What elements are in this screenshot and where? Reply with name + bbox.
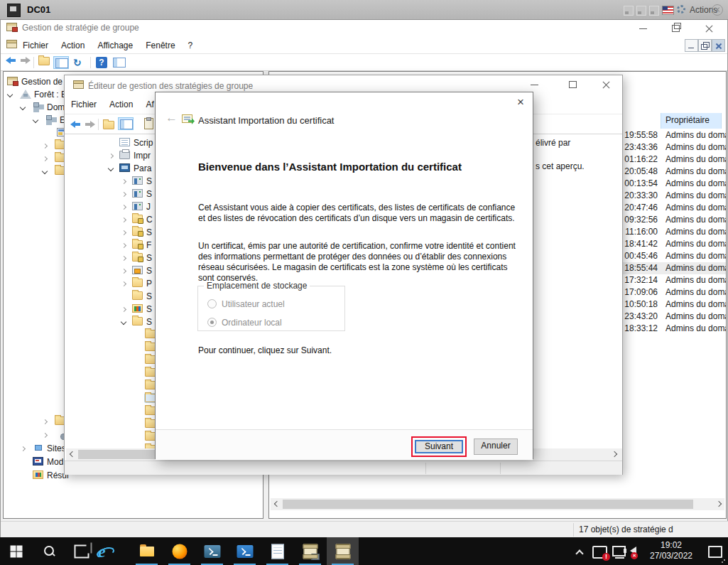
clock-date: 27/03/2022 [643,551,700,561]
gpo-owner: Admins du doma [665,178,726,188]
chevron-right-icon[interactable] [108,153,114,159]
chevron-right-icon[interactable] [121,217,127,223]
taskbar-powershell-blue[interactable] [229,537,261,565]
chevron-down-icon[interactable] [33,117,39,124]
chevron-right-icon[interactable] [121,178,127,185]
forward-icon[interactable] [83,118,96,131]
gpmc-app-icon [6,23,17,31]
scroll-left-icon[interactable] [271,498,283,510]
vm-window-button-1[interactable] [624,6,634,16]
clipboard-icon[interactable] [144,118,153,129]
menu-action[interactable]: Action [55,37,91,50]
show-console-tree-icon[interactable] [118,117,134,130]
gpmc-horizontal-scrollbar[interactable] [271,498,724,510]
gpme-maximize-button[interactable] [560,75,585,95]
chevron-right-icon[interactable] [121,306,127,313]
gpme-close-button[interactable] [594,75,619,95]
mdi-minimize-button[interactable] [685,39,698,52]
taskbar-internet-explorer[interactable]: e [98,537,130,565]
mdi-restore-button[interactable] [698,39,712,52]
chevron-right-icon[interactable] [42,419,48,425]
chevron-right-icon[interactable] [121,255,127,262]
chevron-right-icon[interactable] [20,446,26,452]
server-manager-tray-icon[interactable]: ! [592,546,607,559]
wizard-close-icon[interactable]: × [511,95,531,110]
chevron-right-icon[interactable] [121,204,127,210]
gpme-app-icon [73,80,84,89]
chevron-right-icon[interactable] [121,230,127,236]
taskbar-search[interactable] [33,537,65,565]
up-one-level-icon[interactable] [38,54,50,67]
scroll-right-icon[interactable] [712,498,724,510]
taskbar-gpmc[interactable] [294,537,326,565]
volume-muted-tray-icon[interactable]: × [630,547,636,555]
radio-local-machine[interactable] [207,318,217,327]
back-icon[interactable] [5,54,18,67]
taskbar-gpme[interactable] [327,537,359,565]
menu-fichier[interactable]: Fichier [65,96,103,109]
chevron-right-icon[interactable] [42,143,48,149]
next-button[interactable]: Suivant [415,440,463,453]
taskbar-clock[interactable]: 19:02 27/03/2022 [643,540,700,561]
wizard-back-icon[interactable]: ← [165,111,178,125]
vm-window-button-2[interactable] [636,6,646,16]
radio-local-machine-label: Ordinateur local [222,318,282,328]
console-window-icon[interactable] [113,56,126,69]
chevron-right-icon[interactable] [121,191,127,198]
vm-window-button-3[interactable] [649,6,659,16]
menu-?[interactable]: ? [182,37,200,50]
firefox-icon [172,544,187,559]
chevron-right-icon[interactable] [121,242,127,249]
gpme-content-scrollbar[interactable] [533,448,622,461]
taskbar-powershell-dark[interactable] [196,537,228,565]
search-icon [43,545,55,558]
chevron-down-icon[interactable] [7,92,13,98]
folder-icon [145,432,156,441]
taskbar-notepad[interactable] [261,537,293,565]
chevron-right-icon[interactable] [121,268,127,274]
gear-icon[interactable] [677,5,685,14]
scrollbar-thumb[interactable] [283,500,693,509]
gpmc-close-button[interactable] [697,19,722,37]
taskbar-file-explorer[interactable] [131,537,163,565]
content-fragment-1: élivré par [536,138,570,148]
menu-action[interactable]: Action [103,96,139,109]
column-header-proprietaire[interactable]: Propriétaire [661,113,722,129]
mdi-close-button[interactable] [712,39,725,52]
back-icon[interactable] [70,118,82,131]
chevron-down-icon[interactable] [108,166,114,172]
scrollbar-thumb[interactable] [78,450,155,459]
menu-fentre[interactable]: Fenêtre [139,37,181,50]
gpo-owner: Admins du doma [665,130,726,140]
scroll-left-icon[interactable] [66,448,78,461]
chevron-down-icon[interactable] [42,168,48,175]
taskbar-firefox[interactable] [163,537,195,565]
chevron-right-icon[interactable] [42,156,48,162]
folder-icon [145,394,156,402]
scroll-right-icon[interactable] [608,448,620,461]
vm-close-icon[interactable] [712,4,723,16]
menu-affichage[interactable]: Affichage [91,37,139,50]
forward-icon[interactable] [18,54,31,67]
cancel-button[interactable]: Annuler [474,438,518,455]
gpmc-maximize-button[interactable] [663,19,688,37]
taskbar-start[interactable] [0,537,32,565]
chevron-right-icon[interactable] [121,281,127,287]
gpmc-titlebar[interactable]: Gestion de stratégie de groupe [1,19,727,37]
menu-fichier[interactable]: Fichier [16,37,55,50]
chevron-down-icon[interactable] [121,319,127,325]
folder-lock-icon [132,240,143,249]
chevron-right-icon[interactable] [42,432,48,438]
action-center-icon[interactable] [708,546,722,558]
up-one-level-icon[interactable] [102,118,115,131]
taskbar-task-view[interactable] [65,537,97,565]
radio-current-user[interactable] [207,299,217,308]
keyboard-layout-flag-icon[interactable] [662,6,674,15]
show-console-tree-icon[interactable] [53,56,69,69]
help-icon[interactable] [96,57,107,68]
gpmc-minimize-button[interactable] [631,19,656,37]
tree-item-label: C [146,215,153,225]
chevron-down-icon[interactable] [20,104,26,111]
refresh-icon[interactable]: ↻ [73,56,86,69]
tray-chevron-up-icon[interactable] [577,549,583,556]
